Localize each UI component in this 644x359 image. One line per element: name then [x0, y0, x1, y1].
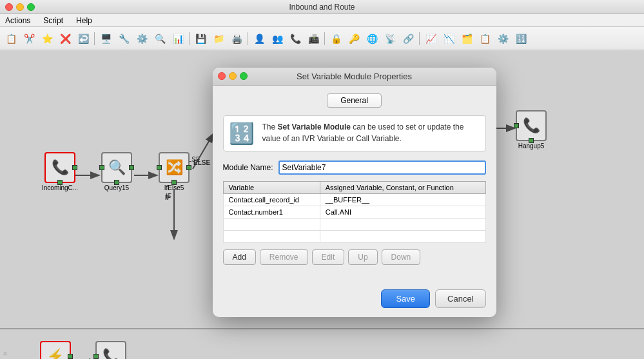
toolbar-icon-20[interactable]: 🌐: [364, 30, 380, 47]
minimize-button[interactable]: [16, 3, 24, 11]
toolbar-icon-17[interactable]: 📠: [305, 30, 322, 47]
toolbar-icon-25[interactable]: 🗂️: [458, 30, 475, 47]
toolbar-icon-15[interactable]: 👥: [269, 30, 286, 47]
canvas-area[interactable]: ELSE IF 🔍 LookupCon... 🔢 SetVariable7 💾: [0, 51, 644, 359]
traffic-lights[interactable]: [5, 3, 35, 11]
table-cell-variable-1: Contact.call_record_id: [223, 193, 320, 206]
modal-overlay: Set Variable Module Properties General 🔢…: [0, 51, 644, 359]
toolbar-icon-10[interactable]: 📊: [170, 30, 186, 47]
tab-general[interactable]: General: [327, 93, 382, 108]
add-button[interactable]: Add: [223, 249, 256, 265]
toolbar-icon-7[interactable]: 🔧: [115, 30, 132, 47]
menu-actions[interactable]: Actions: [3, 15, 33, 26]
table-header-assigned: Assigned Variable, Constant, or Function: [320, 181, 485, 193]
close-button[interactable]: [5, 3, 13, 11]
modal-body: General 🔢 The Set Variable Module can be…: [213, 86, 496, 284]
toolbar-icon-4[interactable]: ❌: [57, 30, 73, 47]
module-name-input[interactable]: [278, 160, 486, 175]
edit-button[interactable]: Edit: [312, 249, 345, 265]
table-cell-assigned-1: __BUFFER__: [320, 193, 485, 206]
menu-help[interactable]: Help: [73, 15, 95, 26]
toolbar-sep-5: [419, 32, 420, 45]
toolbar-icon-23[interactable]: 📈: [422, 30, 439, 47]
table-cell-variable-2: Contact.number1: [223, 206, 320, 218]
toolbar-icon-8[interactable]: ⚙️: [133, 30, 150, 47]
toolbar-icon-5[interactable]: ↩️: [75, 30, 92, 47]
module-icon: 🔢: [229, 121, 255, 146]
module-bold-name: Set Variable Module: [278, 122, 351, 131]
toolbar-icon-19[interactable]: 🔑: [346, 30, 362, 47]
toolbar-icon-16[interactable]: 📞: [287, 30, 304, 47]
modal-max-button[interactable]: [240, 72, 248, 80]
toolbar-icon-21[interactable]: 📡: [382, 30, 398, 47]
module-name-row: Module Name:: [223, 160, 486, 175]
menu-script[interactable]: Script: [41, 15, 66, 26]
menu-bar: Actions Script Help: [0, 14, 644, 27]
window-title: Inbound and Route: [289, 3, 355, 12]
save-button[interactable]: Save: [381, 289, 430, 308]
toolbar-icon-6[interactable]: 🖥️: [97, 30, 114, 47]
table-row-empty-2: [223, 230, 485, 242]
modal-dialog: Set Variable Module Properties General 🔢…: [213, 68, 496, 317]
toolbar-icon-1[interactable]: 📋: [3, 30, 19, 47]
modal-title-bar: Set Variable Module Properties: [213, 68, 496, 86]
table-cell-assigned-2: Call.ANI: [320, 206, 485, 218]
toolbar-icon-9[interactable]: 🔍: [151, 30, 168, 47]
toolbar-icon-22[interactable]: 🔗: [400, 30, 416, 47]
down-button[interactable]: Down: [382, 249, 421, 265]
table-header-variable: Variable: [223, 181, 320, 193]
modal-tabs: General: [223, 93, 486, 108]
toolbar-icon-28[interactable]: 🔢: [512, 30, 529, 47]
modal-footer: Save Cancel: [213, 284, 496, 317]
toolbar-icon-12[interactable]: 📁: [210, 30, 227, 47]
toolbar-sep-4: [324, 32, 325, 45]
modal-title: Set Variable Module Properties: [297, 72, 412, 81]
toolbar-sep-1: [94, 32, 95, 45]
toolbar-icon-13[interactable]: 🖨️: [228, 30, 245, 47]
module-description: The Set Variable Module can be used to s…: [262, 121, 480, 144]
modal-info-section: 🔢 The Set Variable Module can be used to…: [223, 115, 486, 151]
toolbar-sep-3: [248, 32, 248, 45]
table-row[interactable]: Contact.call_record_id __BUFFER__: [223, 193, 485, 206]
modal-traffic-lights[interactable]: [218, 72, 248, 80]
title-bar: Inbound and Route: [0, 0, 644, 14]
toolbar: 📋 ✂️ ⭐ ❌ ↩️ 🖥️ 🔧 ⚙️ 🔍 📊 💾 📁 🖨️ 👤 👥 📞 📠 🔒…: [0, 27, 644, 50]
variables-table: Variable Assigned Variable, Constant, or…: [223, 181, 486, 243]
module-name-label: Module Name:: [223, 163, 273, 172]
table-row-empty-1: [223, 218, 485, 230]
toolbar-icon-3[interactable]: ⭐: [39, 30, 55, 47]
toolbar-icon-11[interactable]: 💾: [192, 30, 209, 47]
remove-button[interactable]: Remove: [260, 249, 308, 265]
toolbar-icon-24[interactable]: 📉: [440, 30, 457, 47]
table-action-buttons: Add Remove Edit Up Down: [223, 249, 486, 265]
toolbar-icon-26[interactable]: 📋: [476, 30, 493, 47]
maximize-button[interactable]: [27, 3, 35, 11]
table-row[interactable]: Contact.number1 Call.ANI: [223, 206, 485, 218]
cancel-button[interactable]: Cancel: [435, 289, 485, 308]
toolbar-icon-18[interactable]: 🔒: [327, 30, 344, 47]
up-button[interactable]: Up: [348, 249, 377, 265]
toolbar-sep-2: [189, 32, 190, 45]
modal-min-button[interactable]: [229, 72, 237, 80]
toolbar-icon-27[interactable]: ⚙️: [494, 30, 511, 47]
toolbar-icon-14[interactable]: 👤: [251, 30, 268, 47]
toolbar-icon-2[interactable]: ✂️: [21, 30, 37, 47]
modal-close-button[interactable]: [218, 72, 226, 80]
